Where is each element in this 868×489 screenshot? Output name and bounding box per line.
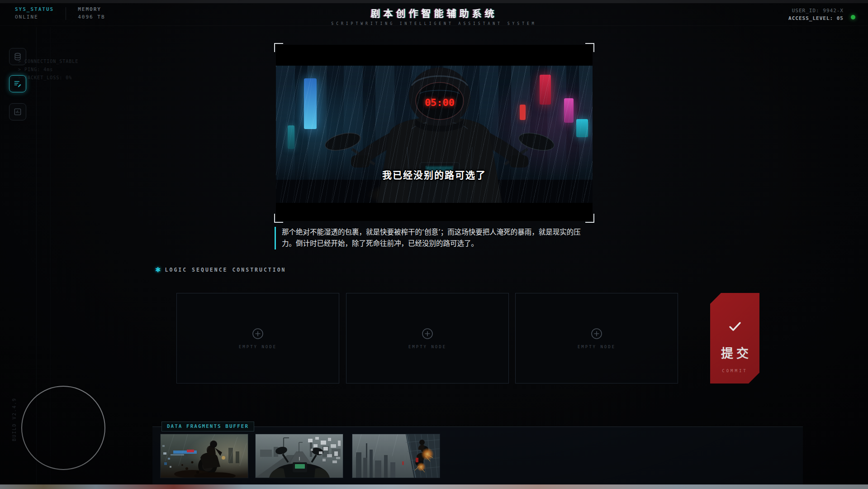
- sidebar-item-database[interactable]: [9, 48, 26, 65]
- logic-node-slot-2[interactable]: EMPTY NODE: [346, 293, 509, 384]
- online-status-dot: [851, 15, 855, 19]
- app-subtitle: SCRIPTWRITING INTELLIGENT ASSISTANT SYST…: [0, 22, 868, 26]
- empty-node-label: EMPTY NODE: [239, 345, 277, 349]
- scene-artwork: 05:00 我已经没别的路可选了: [276, 66, 593, 203]
- access-level: ACCESS_LEVEL: 05: [788, 15, 844, 21]
- script-edit-icon: [13, 79, 22, 88]
- add-node-icon: [251, 327, 264, 340]
- fragment-thumbnail-chase[interactable]: [160, 434, 248, 478]
- first-person-art: [256, 434, 343, 478]
- bottom-peek-strip: [0, 484, 868, 489]
- svg-text:05:00: 05:00: [425, 97, 455, 108]
- top-header: SYS_STATUS ONLINE MEMORY 4096 TB 剧本创作智能辅…: [0, 3, 868, 26]
- chase-scene-art: [161, 434, 248, 478]
- window-top-edge: [0, 0, 868, 3]
- terminal-log: > CONNECTION_STABLE > PING: 4ms > PACKET…: [18, 58, 78, 82]
- frame-corner-bracket: [585, 43, 594, 52]
- sidebar-item-script-editor[interactable]: [9, 75, 26, 92]
- user-id: USER_ID: 9942-X: [788, 8, 844, 14]
- build-version-label: BUILD V2.4.9: [12, 398, 17, 441]
- decorative-circle: [21, 386, 105, 470]
- scene-subtitle: 我已经没别的路可选了: [276, 168, 593, 181]
- logic-node-slot-3[interactable]: EMPTY NODE: [515, 293, 678, 384]
- header-title-group: 剧本创作智能辅助系统 SCRIPTWRITING INTELLIGENT ASS…: [0, 6, 868, 26]
- terminal-line: > CONNECTION_STABLE: [18, 59, 78, 64]
- checkmark-icon: [728, 321, 742, 332]
- logic-section-header: ✱ LOGIC SEQUENCE CONSTRUCTION: [155, 266, 286, 274]
- app-root: SYS_STATUS ONLINE MEMORY 4096 TB 剧本创作智能辅…: [0, 0, 868, 489]
- logic-node-slot-1[interactable]: EMPTY NODE: [176, 293, 339, 384]
- data-fragments-panel: [152, 427, 803, 489]
- fragment-thumbnail-firstperson[interactable]: [255, 434, 343, 478]
- wall-ride-art: [352, 434, 440, 478]
- storyboard-viewer[interactable]: 05:00 我已经没别的路可选了: [276, 45, 593, 221]
- scene-description: 那个绝对不能湿透的包裹，就是快要被榨干的‘创意’；而这场快要把人淹死的暴雨，就是…: [275, 227, 594, 249]
- asterisk-icon: ✱: [155, 266, 161, 274]
- frame-corner-bracket: [274, 214, 283, 223]
- rider-illustration: 05:00: [276, 66, 593, 203]
- terminal-line: > PING: 4ms: [18, 67, 53, 72]
- empty-node-label: EMPTY NODE: [578, 345, 616, 349]
- add-node-icon: [590, 327, 603, 340]
- app-title: 剧本创作智能辅助系统: [0, 6, 868, 19]
- database-icon: [13, 52, 22, 61]
- sidebar-item-analytics[interactable]: [9, 103, 26, 120]
- header-user-group: USER_ID: 9942-X ACCESS_LEVEL: 05: [788, 8, 844, 21]
- commit-label-en: COMMIT: [722, 369, 748, 373]
- add-node-icon: [421, 327, 434, 340]
- commit-button[interactable]: 提交 COMMIT: [710, 293, 759, 384]
- fragment-thumbnail-wallride[interactable]: [352, 434, 440, 478]
- frame-corner-bracket: [274, 43, 283, 52]
- logic-section-label: LOGIC SEQUENCE CONSTRUCTION: [165, 267, 286, 273]
- chart-icon: [13, 107, 22, 116]
- data-fragments-label: DATA FRAGMENTS BUFFER: [161, 422, 254, 431]
- commit-label-cn: 提交: [718, 344, 752, 361]
- frame-corner-bracket: [585, 214, 594, 223]
- empty-node-label: EMPTY NODE: [408, 345, 446, 349]
